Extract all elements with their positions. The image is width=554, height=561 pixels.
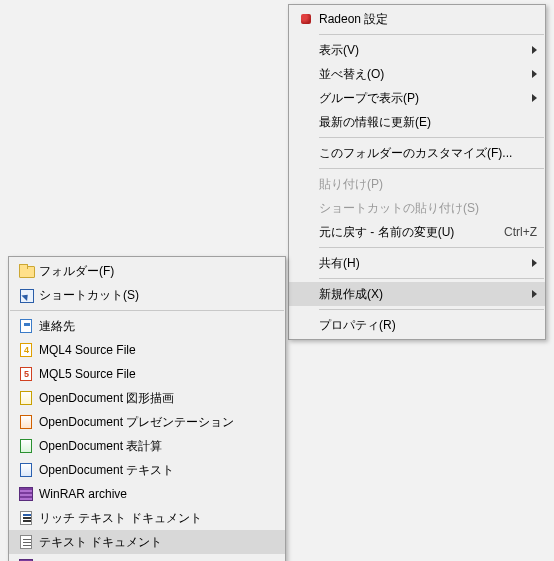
menu-item-group[interactable]: グループで表示(P) [289, 86, 545, 110]
opendocument-text-icon [20, 463, 32, 477]
rtf-icon [20, 511, 32, 525]
menu-label: 貼り付け(P) [319, 176, 537, 193]
menu-label: 最新の情報に更新(E) [319, 114, 537, 131]
menu-item-paste-shortcut: ショートカットの貼り付け(S) [289, 196, 545, 220]
menu-label: 並べ替え(O) [319, 66, 526, 83]
submenu-item-od-calc[interactable]: OpenDocument 表計算 [9, 434, 285, 458]
submenu-label: OpenDocument 図形描画 [39, 390, 277, 407]
submenu-arrow-icon [532, 290, 537, 298]
submenu-arrow-icon [532, 259, 537, 267]
submenu-item-winrar-zip[interactable]: WinRAR ZIP archive [9, 554, 285, 561]
separator [319, 137, 544, 138]
submenu-arrow-icon [532, 70, 537, 78]
submenu-item-folder[interactable]: フォルダー(F) [9, 259, 285, 283]
submenu-item-od-text[interactable]: OpenDocument テキスト [9, 458, 285, 482]
submenu-label: WinRAR archive [39, 487, 277, 501]
shortcut-label: Ctrl+Z [504, 225, 537, 239]
menu-label: Radeon 設定 [319, 11, 537, 28]
submenu-item-txt[interactable]: テキスト ドキュメント [9, 530, 285, 554]
separator [319, 168, 544, 169]
submenu-label: OpenDocument 表計算 [39, 438, 277, 455]
menu-item-customize[interactable]: このフォルダーのカスタマイズ(F)... [289, 141, 545, 165]
submenu-label: リッチ テキスト ドキュメント [39, 510, 277, 527]
submenu-item-rtf[interactable]: リッチ テキスト ドキュメント [9, 506, 285, 530]
submenu-label: ショートカット(S) [39, 287, 277, 304]
submenu-item-mql5[interactable]: MQL5 Source File [9, 362, 285, 386]
folder-icon [18, 263, 34, 279]
shortcut-icon [18, 287, 34, 303]
submenu-item-shortcut[interactable]: ショートカット(S) [9, 283, 285, 307]
submenu-item-mql4[interactable]: MQL4 Source File [9, 338, 285, 362]
submenu-label: テキスト ドキュメント [39, 534, 277, 551]
separator [10, 310, 284, 311]
submenu-item-contact[interactable]: 連絡先 [9, 314, 285, 338]
submenu-label: 連絡先 [39, 318, 277, 335]
txt-icon [20, 535, 32, 549]
separator [319, 309, 544, 310]
submenu-arrow-icon [532, 94, 537, 102]
menu-label: このフォルダーのカスタマイズ(F)... [319, 145, 537, 162]
submenu-item-od-draw[interactable]: OpenDocument 図形描画 [9, 386, 285, 410]
submenu-label: OpenDocument プレゼンテーション [39, 414, 277, 431]
separator [319, 247, 544, 248]
menu-item-radeon[interactable]: Radeon 設定 [289, 7, 545, 31]
submenu-label: MQL4 Source File [39, 343, 277, 357]
menu-label: 元に戻す - 名前の変更(U) [319, 224, 496, 241]
menu-label: プロパティ(R) [319, 317, 537, 334]
separator [319, 278, 544, 279]
menu-label: グループで表示(P) [319, 90, 526, 107]
submenu-label: MQL5 Source File [39, 367, 277, 381]
menu-label: 表示(V) [319, 42, 526, 59]
context-menu-new: フォルダー(F) ショートカット(S) 連絡先 MQL4 Source File… [8, 256, 286, 561]
menu-item-sort[interactable]: 並べ替え(O) [289, 62, 545, 86]
menu-item-properties[interactable]: プロパティ(R) [289, 313, 545, 337]
menu-label: 新規作成(X) [319, 286, 526, 303]
mql5-icon [20, 367, 32, 381]
menu-item-view[interactable]: 表示(V) [289, 38, 545, 62]
opendocument-spreadsheet-icon [20, 439, 32, 453]
opendocument-presentation-icon [20, 415, 32, 429]
radeon-icon [298, 11, 314, 27]
submenu-label: OpenDocument テキスト [39, 462, 277, 479]
menu-item-paste: 貼り付け(P) [289, 172, 545, 196]
menu-label: 共有(H) [319, 255, 526, 272]
contact-icon [20, 319, 32, 333]
context-menu-main: Radeon 設定 表示(V) 並べ替え(O) グループで表示(P) 最新の情報… [288, 4, 546, 340]
menu-label: ショートカットの貼り付け(S) [319, 200, 537, 217]
winrar-icon [19, 487, 33, 501]
menu-item-share[interactable]: 共有(H) [289, 251, 545, 275]
submenu-label: フォルダー(F) [39, 263, 277, 280]
separator [319, 34, 544, 35]
menu-item-undo[interactable]: 元に戻す - 名前の変更(U) Ctrl+Z [289, 220, 545, 244]
mql4-icon [20, 343, 32, 357]
submenu-item-od-pres[interactable]: OpenDocument プレゼンテーション [9, 410, 285, 434]
submenu-arrow-icon [532, 46, 537, 54]
menu-item-refresh[interactable]: 最新の情報に更新(E) [289, 110, 545, 134]
menu-item-new[interactable]: 新規作成(X) [289, 282, 545, 306]
opendocument-draw-icon [20, 391, 32, 405]
submenu-item-winrar[interactable]: WinRAR archive [9, 482, 285, 506]
